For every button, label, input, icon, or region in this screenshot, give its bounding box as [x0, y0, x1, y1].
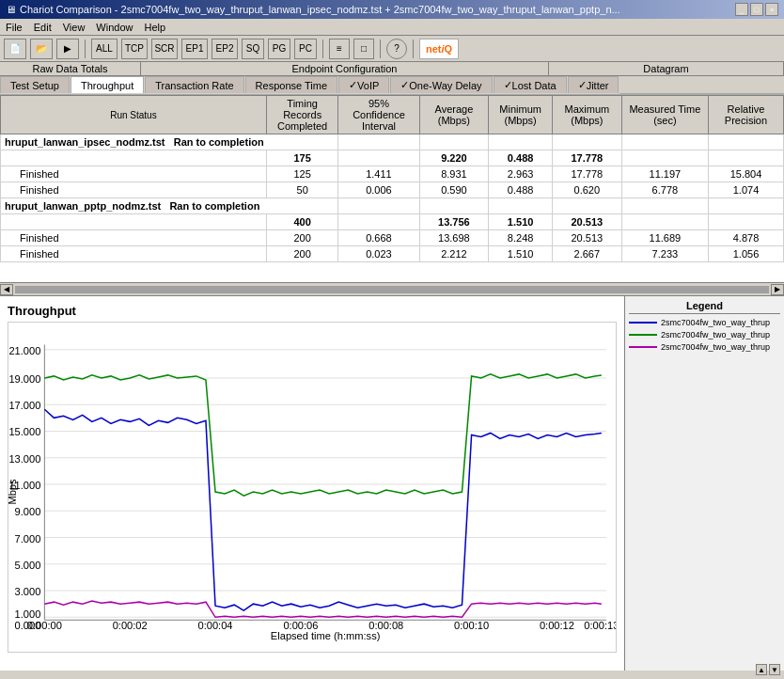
test1-avg-empty — [419, 134, 489, 150]
horizontal-scrollbar[interactable]: ◀ ▶ — [0, 283, 784, 296]
menu-window[interactable]: Window — [90, 20, 138, 35]
chart-series-green — [44, 374, 602, 496]
y-label-15: 15.000 — [8, 426, 40, 437]
logo-text: net — [426, 43, 442, 55]
test1-summary-label — [1, 150, 267, 166]
table-row: Finished 200 0.668 13.698 8.248 20.513 1… — [1, 230, 784, 246]
legend-scroll-down[interactable]: ▼ — [769, 664, 780, 675]
x-label-12: 0:00:12 — [540, 620, 574, 631]
scroll-track[interactable] — [15, 286, 769, 293]
menu-edit[interactable]: Edit — [28, 20, 57, 35]
test1-total-mtime — [621, 150, 708, 166]
toolbar-misc[interactable]: ≡ — [329, 39, 350, 59]
test2-r1-rp: 4.878 — [708, 230, 783, 246]
th-confidence: 95% Confidence Interval — [338, 96, 419, 134]
x-label-0: 0:00:00 — [27, 620, 62, 631]
test1-r1-timing: 125 — [266, 166, 338, 182]
app-icon: 🖥 — [6, 4, 16, 15]
btn-scr[interactable]: SCR — [151, 39, 178, 59]
y-label-3: 3.000 — [15, 586, 41, 597]
test2-total-mtime — [621, 214, 708, 230]
legend-scroll-controls[interactable]: ▲ ▼ — [756, 664, 780, 675]
window-controls[interactable]: _ □ × — [735, 3, 778, 16]
tab-voip[interactable]: ✓ VoIP — [338, 76, 389, 93]
tab-test-setup[interactable]: Test Setup — [0, 76, 70, 93]
legend-item-1: 2smc7004fw_two_way_thrup — [629, 318, 780, 327]
test2-mtime-empty — [621, 198, 708, 214]
group-headers: Raw Data Totals Endpoint Configuration D… — [0, 62, 784, 76]
y-label-7: 7.000 — [15, 533, 41, 545]
test1-r1-ci: 1.411 — [338, 166, 419, 182]
data-table-container: Run Status Timing Records Completed 95% … — [0, 95, 784, 283]
table-row: Finished 125 1.411 8.931 2.963 17.778 11… — [1, 166, 784, 182]
raw-data-header: Raw Data Totals — [0, 62, 141, 75]
tab-jitter[interactable]: ✓ Jitter — [568, 76, 619, 93]
btn-pg[interactable]: PG — [268, 39, 290, 59]
toolbar-new[interactable]: 📄 — [4, 39, 26, 59]
toolbar-print[interactable]: □ — [353, 39, 374, 59]
test2-r1-mtime: 11.689 — [621, 230, 708, 246]
chart-series-purple — [44, 601, 602, 617]
test1-r1-min: 2.963 — [489, 166, 553, 182]
y-label-9: 9.000 — [15, 506, 41, 517]
test1-r1-status: Finished — [1, 166, 267, 182]
close-button[interactable]: × — [765, 3, 778, 16]
tab-transaction-rate[interactable]: Transaction Rate — [145, 76, 243, 93]
netiq-logo: netiQ — [419, 39, 459, 59]
test2-r2-avg: 2.212 — [419, 246, 489, 262]
tab-filler — [619, 76, 784, 94]
tab-one-way-delay[interactable]: ✓ One-Way Delay — [390, 76, 492, 93]
btn-ep1[interactable]: EP1 — [181, 39, 208, 59]
legend-label-2: 2smc7004fw_two_way_thrup — [661, 330, 770, 340]
scroll-right-btn[interactable]: ▶ — [771, 284, 784, 295]
y-label-5: 5.000 — [15, 560, 41, 571]
test2-r2-timing: 200 — [266, 246, 338, 262]
endpoint-header: Endpoint Configuration — [141, 62, 549, 75]
tab-lost-data[interactable]: ✓ Lost Data — [494, 76, 567, 93]
chart-title: Throughput — [8, 304, 617, 318]
test1-r2-avg: 0.590 — [419, 182, 489, 198]
test1-r2-max: 0.620 — [552, 182, 621, 198]
btn-sq[interactable]: SQ — [242, 39, 264, 59]
test1-total-avg: 9.220 — [419, 150, 489, 166]
btn-all[interactable]: ALL — [91, 39, 118, 59]
test2-total-timing: 400 — [266, 214, 338, 230]
menu-file[interactable]: File — [0, 20, 28, 35]
menu-help[interactable]: Help — [138, 20, 171, 35]
test2-total-rp — [708, 214, 783, 230]
btn-pc[interactable]: PC — [294, 39, 317, 59]
test2-total-min: 1.510 — [489, 214, 553, 230]
table-row: Finished 200 0.023 2.212 1.510 2.667 7.2… — [1, 246, 784, 262]
btn-tcp[interactable]: TCP — [121, 39, 148, 59]
test2-r1-status: Finished — [1, 230, 267, 246]
menu-view[interactable]: View — [57, 20, 91, 35]
minimize-button[interactable]: _ — [735, 3, 748, 16]
x-label-2: 0:00:02 — [113, 620, 148, 631]
test2-r2-mtime: 7.233 — [621, 246, 708, 262]
window-title: Chariot Comparison - 2smc7004fw_two_way_… — [20, 4, 620, 15]
logo-q: Q — [445, 43, 453, 55]
chart-legend: Legend 2smc7004fw_two_way_thrup 2smc7004… — [624, 296, 784, 671]
test1-total-max: 17.778 — [552, 150, 621, 166]
test1-total-ci — [338, 150, 419, 166]
test2-max-empty — [552, 198, 621, 214]
separator-3 — [380, 39, 381, 58]
tab-throughput[interactable]: Throughput — [71, 76, 144, 93]
toolbar-open[interactable]: 📂 — [30, 39, 53, 59]
scroll-left-btn[interactable]: ◀ — [0, 284, 13, 295]
toolbar-run[interactable]: ▶ — [56, 39, 79, 59]
test2-total-avg: 13.756 — [419, 214, 489, 230]
test1-r2-rp: 1.074 — [708, 182, 783, 198]
tab-response-time[interactable]: Response Time — [245, 76, 337, 93]
toolbar-help[interactable]: ? — [386, 39, 407, 59]
maximize-button[interactable]: □ — [750, 3, 763, 16]
th-measured: Measured Time (sec) — [621, 96, 708, 134]
legend-scroll-up[interactable]: ▲ — [756, 664, 767, 675]
separator-4 — [413, 39, 414, 58]
th-timing: Timing Records Completed — [266, 96, 338, 134]
btn-ep2[interactable]: EP2 — [212, 39, 238, 59]
test1-r2-timing: 50 — [266, 182, 338, 198]
test1-r2-status: Finished — [1, 182, 267, 198]
test1-rp-empty — [708, 134, 783, 150]
test2-r2-rp: 1.056 — [708, 246, 783, 262]
